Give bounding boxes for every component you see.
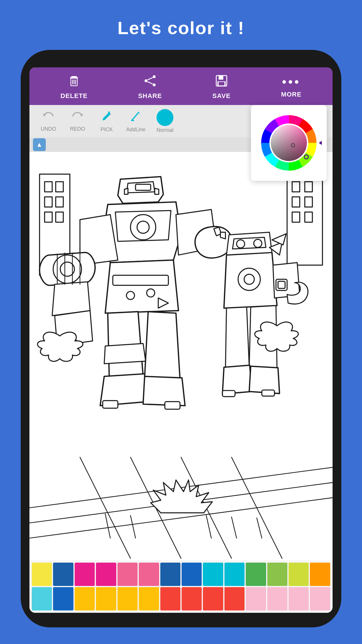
- svg-line-71: [206, 515, 211, 538]
- color-swatch[interactable]: [224, 563, 245, 586]
- svg-point-57: [237, 240, 245, 248]
- svg-rect-32: [292, 182, 300, 192]
- more-button[interactable]: ••• MORE: [281, 76, 301, 98]
- color-swatch[interactable]: [224, 587, 245, 610]
- color-swatch[interactable]: [139, 587, 159, 610]
- color-swatch[interactable]: [160, 587, 180, 610]
- svg-line-9: [147, 78, 153, 80]
- svg-rect-29: [45, 212, 52, 222]
- undo-icon: [42, 111, 55, 125]
- drawing-canvas[interactable]: [29, 152, 333, 560]
- svg-rect-37: [305, 212, 312, 222]
- phone-device: DELETE SHARE: [21, 50, 341, 627]
- svg-point-7: [145, 79, 147, 82]
- svg-rect-52: [113, 275, 168, 286]
- color-swatch[interactable]: [96, 587, 116, 610]
- svg-line-69: [105, 514, 110, 538]
- color-swatch[interactable]: [117, 587, 138, 610]
- svg-line-73: [257, 518, 262, 538]
- svg-point-54: [126, 291, 135, 300]
- svg-point-58: [254, 239, 262, 248]
- delete-icon: [67, 74, 81, 90]
- svg-rect-33: [305, 182, 312, 192]
- page-title: Let's color it !: [117, 18, 245, 38]
- color-swatch[interactable]: [32, 563, 52, 586]
- sub-toolbar: UNDO REDO PICK: [29, 105, 333, 137]
- normal-color-circle[interactable]: [157, 109, 173, 126]
- color-swatch[interactable]: [267, 587, 287, 610]
- svg-point-47: [137, 221, 149, 233]
- normal-label: Normal: [157, 127, 173, 133]
- color-swatch[interactable]: [160, 563, 180, 586]
- svg-line-70: [131, 515, 136, 538]
- normal-button[interactable]: Normal: [152, 109, 178, 133]
- delete-label: DELETE: [61, 92, 88, 100]
- color-swatch[interactable]: [203, 563, 223, 586]
- color-swatch[interactable]: [75, 563, 95, 586]
- color-palette: [29, 560, 333, 613]
- color-swatch[interactable]: [310, 563, 330, 586]
- undo-button[interactable]: UNDO: [35, 111, 61, 132]
- color-swatch[interactable]: [117, 563, 138, 586]
- undo-label: UNDO: [41, 126, 56, 132]
- svg-rect-12: [219, 76, 223, 80]
- svg-point-20: [271, 125, 307, 161]
- svg-marker-16: [80, 114, 83, 116]
- color-swatch[interactable]: [32, 587, 52, 610]
- svg-rect-25: [45, 182, 52, 192]
- pick-button[interactable]: PICK: [94, 110, 120, 133]
- share-button[interactable]: SHARE: [138, 74, 162, 100]
- color-swatch[interactable]: [203, 587, 223, 610]
- color-swatch[interactable]: [75, 587, 95, 610]
- pick-icon: [100, 110, 113, 125]
- color-swatch[interactable]: [182, 587, 202, 610]
- color-swatch[interactable]: [139, 563, 159, 586]
- color-swatch[interactable]: [53, 563, 73, 586]
- pick-label: PICK: [101, 127, 113, 133]
- svg-rect-26: [56, 182, 63, 192]
- svg-point-53: [147, 289, 155, 297]
- svg-rect-62: [262, 390, 274, 396]
- svg-line-44: [231, 457, 282, 559]
- svg-rect-35: [305, 197, 312, 207]
- color-swatch[interactable]: [246, 587, 266, 610]
- svg-rect-56: [165, 402, 180, 409]
- phone-screen: DELETE SHARE: [29, 67, 333, 613]
- svg-line-41: [80, 457, 130, 559]
- svg-point-6: [153, 75, 156, 78]
- color-swatch[interactable]: [246, 563, 266, 586]
- svg-rect-45: [136, 184, 151, 190]
- addline-button[interactable]: AddLine: [123, 110, 149, 133]
- addline-label: AddLine: [126, 127, 145, 133]
- share-icon: [143, 74, 157, 90]
- save-button[interactable]: SAVE: [212, 74, 231, 100]
- redo-button[interactable]: REDO: [64, 111, 91, 132]
- redo-label: REDO: [70, 126, 85, 132]
- svg-rect-0: [71, 76, 77, 77]
- svg-line-72: [231, 517, 236, 538]
- svg-rect-30: [56, 212, 63, 222]
- color-swatch[interactable]: [289, 587, 309, 610]
- svg-point-60: [244, 274, 254, 284]
- color-swatch[interactable]: [289, 563, 309, 586]
- main-toolbar: DELETE SHARE: [29, 67, 333, 105]
- color-swatch[interactable]: [267, 563, 287, 586]
- color-wheel-popup[interactable]: [251, 105, 327, 181]
- svg-point-8: [153, 83, 156, 86]
- color-swatch[interactable]: [53, 587, 73, 610]
- svg-marker-15: [43, 114, 46, 116]
- more-label: MORE: [281, 91, 301, 98]
- color-swatch[interactable]: [182, 563, 202, 586]
- svg-rect-18: [131, 120, 134, 121]
- svg-rect-55: [103, 401, 118, 408]
- save-icon: [215, 74, 229, 90]
- color-swatch[interactable]: [96, 563, 116, 586]
- scroll-up-button[interactable]: ▲: [33, 138, 46, 151]
- palette-row-1: [32, 563, 330, 586]
- color-swatch[interactable]: [310, 587, 330, 610]
- svg-line-10: [147, 82, 153, 84]
- svg-point-17: [108, 111, 110, 113]
- delete-button[interactable]: DELETE: [61, 74, 88, 100]
- svg-rect-14: [219, 82, 224, 85]
- palette-row-2: [32, 587, 330, 610]
